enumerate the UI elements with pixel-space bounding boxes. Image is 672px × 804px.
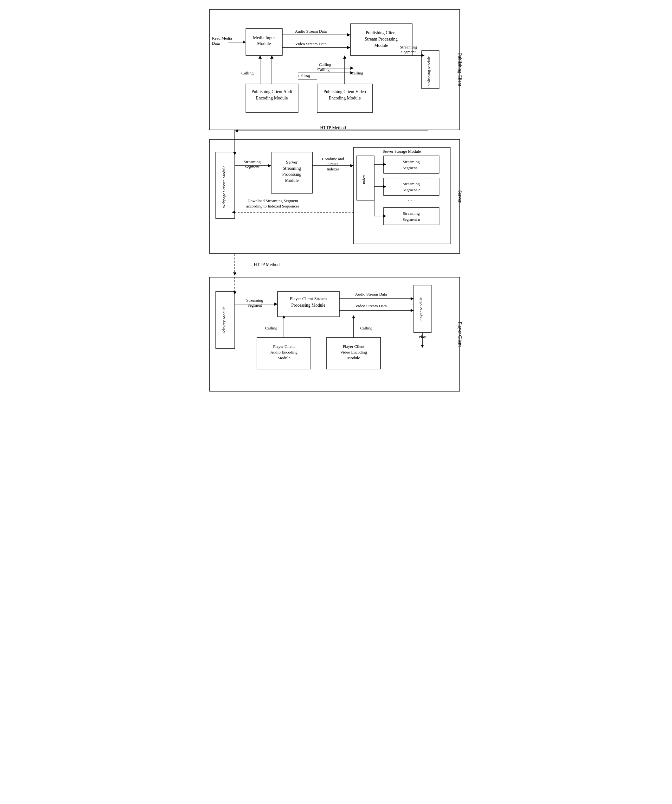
streaming-seg-label-pub: Streaming xyxy=(400,45,417,49)
pub-video-enc2: Encoding Module xyxy=(329,96,361,100)
arrow-calling-media xyxy=(270,56,273,59)
dots: · · · xyxy=(407,198,415,204)
http-method-label1: HTTP Method xyxy=(320,126,346,130)
calling1-label: Calling xyxy=(241,71,253,75)
player-stream1: Player Client Stream xyxy=(289,296,327,301)
combine-label1: Combine and xyxy=(322,157,344,161)
seg2-label1: Streaming xyxy=(403,181,420,186)
player-module-label: Player Module xyxy=(419,297,423,322)
arrow-calling-to-stream2 xyxy=(350,67,353,70)
seg1-label2: Segment 1 xyxy=(402,165,420,170)
seg2-label2: Segment 2 xyxy=(402,188,420,192)
combine-label3: Indexes xyxy=(326,167,339,172)
pub-audio-enc1: Publishing Client Audi xyxy=(251,89,292,94)
download-label2: according to Indexed Sequences xyxy=(246,204,299,208)
arrow-streaming-seg-player xyxy=(275,302,278,306)
arrow-to-media-input xyxy=(243,41,246,44)
pub-section-label: Publishing Client xyxy=(458,53,463,87)
arrow-player-video xyxy=(410,309,414,312)
arrow-http2-down xyxy=(233,273,236,276)
player-video-stream-label: Video Stream Data xyxy=(355,304,386,308)
media-input-label2: Module xyxy=(257,41,271,46)
media-input-label1: Media Input xyxy=(253,36,275,40)
main-diagram-svg: Publishing Client Read Media Data Media … xyxy=(206,7,466,396)
server-streaming3: Processing xyxy=(282,172,301,177)
http-method-label2: HTTP Method xyxy=(254,262,280,267)
server-section-label: Server xyxy=(458,190,463,203)
calling4-label: Calling xyxy=(298,74,310,78)
arrow-play xyxy=(421,345,424,348)
arrow-calling-audio-up xyxy=(258,56,262,59)
segn-box xyxy=(384,208,439,225)
pub-stream-label2: Stream Processing xyxy=(365,37,397,41)
streaming-seg-player-label: Streaming xyxy=(246,298,263,302)
arrow-calling-player-video xyxy=(352,315,355,319)
calling3-label: Calling xyxy=(319,62,331,67)
server-storage-label: Server Storage Module xyxy=(383,149,421,154)
segn-label2: Segment n xyxy=(402,217,420,222)
player-stream2: Processing Module xyxy=(291,303,325,307)
read-media-label: Read Media xyxy=(212,36,232,41)
player-calling1-label: Calling xyxy=(265,326,277,330)
player-audio-enc1: Player Client xyxy=(273,344,295,349)
streaming-seg-server-label2: Segment xyxy=(245,164,260,169)
pub-module-label: Publishing Module xyxy=(427,56,431,88)
streaming-seg-label-pub2: Segment xyxy=(401,49,416,54)
webpage-service-label: Webpage Service Module xyxy=(221,166,226,208)
segn-label1: Streaming xyxy=(403,211,420,216)
arrow-streaming-seg-server xyxy=(268,164,271,167)
server-streaming1: Server xyxy=(286,160,298,165)
arrow-video-stream xyxy=(347,46,350,49)
diagram-container: Publishing Client Read Media Data Media … xyxy=(206,7,466,397)
arrow-player-audio xyxy=(410,297,414,300)
video-stream-label: Video Stream Data xyxy=(295,41,326,46)
pub-audio-enc2: Encoding Module xyxy=(256,96,288,100)
delivery-module-label: Delivery Module xyxy=(221,306,226,335)
player-video-enc1: Player Client xyxy=(342,344,365,349)
player-audio-enc3: Module xyxy=(277,355,290,360)
player-video-enc3: Module xyxy=(347,355,360,360)
player-audio-stream-label: Audio Stream Data xyxy=(355,292,387,296)
server-streaming2: Streaming xyxy=(283,166,301,171)
pub-video-enc1: Publishing Client Video xyxy=(323,89,366,94)
player-section-label: Player Client xyxy=(458,322,463,347)
audio-stream-label: Audio Stream Data xyxy=(295,29,327,34)
pub-stream-label3: Module xyxy=(374,43,388,48)
player-video-enc2: Video Encoding xyxy=(340,350,367,355)
seg1-label1: Streaming xyxy=(403,159,420,164)
arrow-calling-video-up xyxy=(343,56,346,59)
read-media-label2: Data xyxy=(212,41,220,46)
server-streaming4: Module xyxy=(285,178,299,183)
player-calling2-label: Calling xyxy=(360,326,372,330)
pub-stream-label1: Publishing Client xyxy=(366,30,397,35)
seg1-box xyxy=(384,156,439,173)
calling5-label: Calling xyxy=(351,71,363,75)
arrow-to-index xyxy=(350,164,353,167)
streaming-seg-player-label2: Segment xyxy=(247,303,262,307)
seg2-box xyxy=(384,178,439,196)
index-label: Index xyxy=(361,175,366,185)
arrow-audio-stream xyxy=(347,33,350,36)
streaming-seg-server-label: Streaming xyxy=(244,159,261,164)
download-label1: Download Streaming Segment xyxy=(247,198,298,203)
player-audio-enc2: Audio Encoding xyxy=(270,350,298,355)
